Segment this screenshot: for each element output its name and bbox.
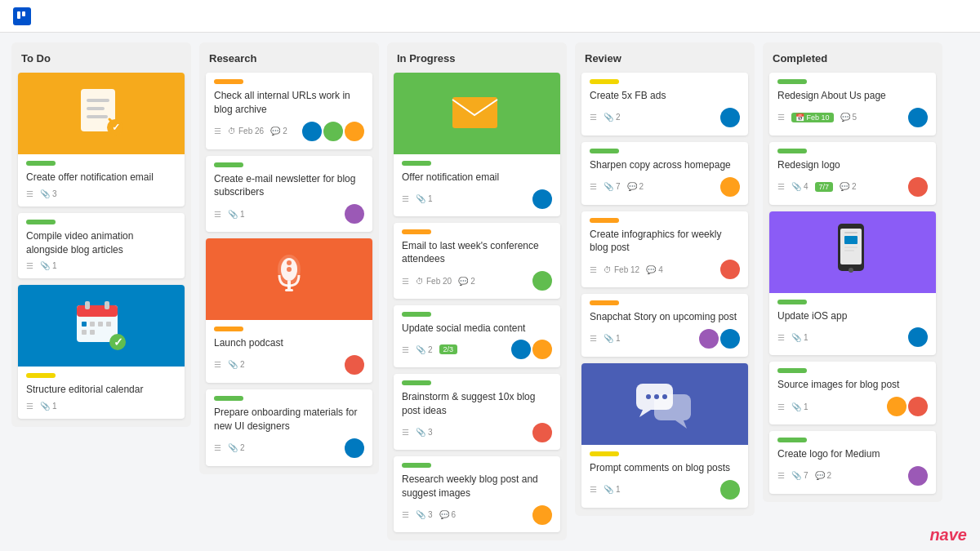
svg-point-41 (849, 268, 853, 273)
svg-rect-18 (90, 330, 95, 335)
card-meta-todo-3: ☰📎 1 (26, 402, 176, 411)
list-icon: ☰ (402, 510, 409, 519)
card-todo-3[interactable]: ✓ Structure editorial calendar☰📎 1 (18, 285, 185, 419)
avatar-row-research-4 (345, 438, 364, 458)
card-comp-1[interactable]: Redesign About Us page☰📅 Feb 10💬 5 (769, 73, 936, 136)
card-ip-4[interactable]: Brainstorm & suggest 10x blog post ideas… (394, 374, 560, 450)
list-icon: ☰ (777, 402, 785, 411)
card-rev-5[interactable]: Prompt comments on blog posts☰📎 1 (581, 363, 748, 508)
card-body-ip-1: Offer notification email☰📎 1 (394, 154, 560, 216)
comment-icon: 💬 (439, 510, 449, 519)
comments-item: 💬 6 (439, 510, 457, 519)
svg-rect-27 (452, 97, 497, 128)
card-title-ip-1: Offer notification email (402, 171, 552, 184)
card-rev-1[interactable]: Create 5x FB ads☰📎 2 (581, 73, 748, 136)
svg-text:✓: ✓ (112, 122, 120, 133)
attachment-item: 📎 1 (416, 194, 433, 203)
attachment-item: 📎 3 (40, 189, 57, 198)
card-title-todo-3: Structure editorial calendar (26, 383, 176, 397)
card-title-comp-3: Update iOS app (777, 309, 928, 323)
trello-logo-icon (13, 7, 31, 25)
card-ip-1[interactable]: Offer notification email☰📎 1 (394, 73, 560, 216)
list-icon: ☰ (777, 471, 785, 480)
column-inprogress: In Progress Offer notification email☰📎 1… (387, 42, 567, 540)
comments-item: 💬 2 (270, 127, 287, 136)
list-icon: ☰ (402, 510, 409, 519)
card-research-2[interactable]: Create e-mail newsletter for blog subscr… (206, 156, 372, 233)
list-icon: ☰ (402, 428, 409, 437)
avatar-red-0 (720, 260, 740, 279)
card-body-research-2: Create e-mail newsletter for blog subscr… (206, 156, 372, 233)
card-rev-4[interactable]: Snapchat Story on upcoming post☰📎 1 (581, 294, 748, 357)
card-research-1[interactable]: Check all internal URLs work in blog arc… (206, 73, 372, 149)
card-comp-4[interactable]: Source images for blog post☰📎 1 (769, 362, 936, 424)
card-body-todo-1: Create offer notification email☰📎 3 (18, 154, 185, 207)
card-title-todo-1: Create offer notification email (26, 171, 176, 184)
list-icon: ☰ (26, 402, 33, 411)
list-icon: ☰ (214, 443, 221, 452)
paperclip-icon: 📎 (604, 182, 613, 191)
column-review: ReviewCreate 5x FB ads☰📎 2Sharpen copy a… (575, 42, 755, 516)
svg-point-33 (654, 394, 659, 399)
paperclip-icon: 📎 (791, 333, 801, 342)
svg-rect-10 (77, 305, 118, 317)
card-ip-5[interactable]: Research weekly blog post and suggest im… (394, 456, 560, 532)
list-icon: ☰ (777, 182, 785, 191)
list-icon: ☰ (26, 402, 33, 411)
list-icon: ☰ (777, 471, 785, 480)
avatar-row-research-1 (302, 122, 364, 141)
card-title-rev-2: Sharpen copy across homepage (590, 158, 740, 172)
card-body-research-4: Prepare onboarding materials for new UI … (206, 389, 372, 466)
card-body-ip-5: Research weekly blog post and suggest im… (394, 456, 560, 532)
card-label-rev-2 (590, 149, 619, 153)
paperclip-icon: 📎 (416, 510, 425, 519)
list-icon: ☰ (777, 113, 785, 122)
svg-marker-29 (639, 410, 651, 417)
avatar-row-ip-1 (532, 189, 552, 209)
card-todo-2[interactable]: Compile video animation alongside blog a… (18, 213, 185, 279)
comments-item: 💬 2 (840, 182, 857, 191)
card-meta-ip-2: ☰⏱ Feb 20💬 2 (402, 271, 552, 291)
comments-item: 💬 4 (646, 265, 663, 274)
card-comp-5[interactable]: Create logo for Medium☰📎 7💬 2 (769, 431, 936, 494)
comments-item: 💬 2 (458, 277, 475, 286)
list-icon: ☰ (590, 334, 597, 343)
card-meta-rev-3: ☰⏱ Feb 12💬 4 (590, 260, 740, 279)
card-image-review-chat (581, 363, 748, 445)
card-research-4[interactable]: Prepare onboarding materials for new UI … (206, 389, 372, 466)
svg-rect-5 (87, 115, 108, 118)
card-meta-ip-3: ☰📎 22/3 (402, 340, 552, 359)
list-icon: ☰ (214, 210, 221, 219)
card-title-research-3: Launch podcast (214, 336, 364, 350)
card-ip-3[interactable]: Update social media content☰📎 22/3 (394, 305, 560, 367)
svg-marker-31 (675, 420, 687, 429)
list-icon: ☰ (777, 333, 785, 342)
progress-badge: 2/3 (439, 344, 458, 354)
card-label-research-3 (214, 327, 243, 331)
card-label-rev-1 (590, 79, 619, 84)
card-meta-todo-1: ☰📎 3 (26, 189, 176, 198)
card-comp-2[interactable]: Redesign logo☰📎 47/7💬 2 (769, 142, 936, 205)
card-label-comp-3 (777, 300, 807, 304)
card-meta-research-1: ☰⏱ Feb 26💬 2 (214, 122, 364, 141)
avatar-red-0 (532, 423, 552, 442)
svg-rect-38 (844, 236, 858, 244)
list-icon: ☰ (590, 113, 597, 122)
card-ip-2[interactable]: Email to last week's conference attendee… (394, 223, 560, 299)
svg-rect-30 (654, 394, 691, 420)
card-rev-2[interactable]: Sharpen copy across homepage☰📎 7💬 2 (581, 142, 748, 205)
card-todo-1[interactable]: ✓ Create offer notification email☰📎 3 (18, 73, 185, 207)
card-meta-comp-3: ☰📎 1 (777, 327, 928, 347)
card-rev-3[interactable]: Create infographics for weekly blog post… (581, 211, 748, 288)
card-research-3[interactable]: Launch podcast☰📎 2 (206, 238, 372, 383)
list-icon: ☰ (214, 360, 221, 369)
attachment-item: 📎 1 (40, 402, 57, 411)
avatar-orange-0 (887, 397, 906, 416)
svg-rect-13 (82, 322, 87, 327)
list-icon: ☰ (214, 360, 221, 369)
list-icon: ☰ (590, 113, 597, 122)
avatar-green-1 (323, 122, 343, 141)
card-body-comp-3: Update iOS app☰📎 1 (769, 293, 936, 356)
card-comp-3[interactable]: Update iOS app☰📎 1 (769, 211, 936, 356)
attachment-item: 📎 2 (416, 345, 433, 354)
